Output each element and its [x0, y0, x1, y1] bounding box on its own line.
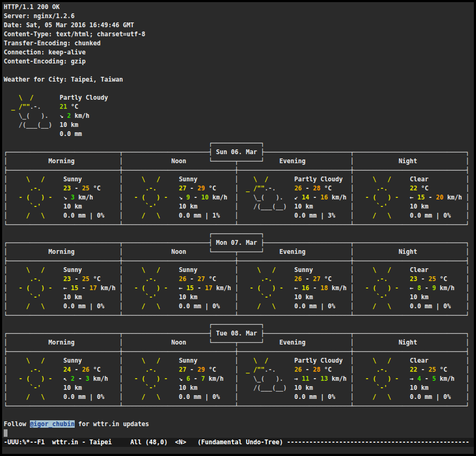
text-run: 14 [302, 194, 310, 201]
terminal-line [4, 84, 474, 93]
text-run: → [295, 375, 302, 382]
text-run: km/h [328, 375, 346, 382]
text-run [216, 275, 235, 283]
text-run [4, 121, 19, 129]
text-run: │ [466, 293, 470, 301]
text-run [406, 384, 410, 391]
terminal-line: │ / \ 0.0 mm | 0% │ / \ 0.0 mm | 1% │ 0.… [4, 211, 474, 220]
text-run [287, 203, 291, 210]
terminal-line: _ /"".-. 21 °C [4, 102, 474, 111]
text-run: 29 [197, 366, 205, 373]
text-run [406, 275, 410, 283]
text-run: 16 [302, 284, 310, 292]
text-run: - ( ) - [239, 284, 283, 292]
terminal-line: ┌─────────────┐ [4, 320, 474, 329]
text-run [283, 284, 291, 292]
text-run: 15 [71, 284, 78, 292]
text-run [239, 366, 246, 373]
text-run [101, 366, 120, 373]
text-run [101, 185, 120, 192]
text-run: - ( ) - [123, 194, 168, 201]
text-run: 22 [410, 185, 417, 192]
text-run: Sunny [179, 357, 197, 364]
text-run: -UUU:%*--F1 wttr.in - Taipei All (48,0) … [4, 438, 470, 446]
text-run: 0.0 mm | 0% [410, 302, 451, 310]
text-run: └──────────────────────────────┴────────… [4, 221, 470, 228]
text-run [4, 94, 19, 101]
terminal-window: HTTP/1.1 200 OKServer: nginx/1.2.6Date: … [0, 0, 476, 456]
text-run [291, 393, 295, 401]
text-run [291, 203, 295, 210]
text-run [387, 203, 406, 210]
text-run [82, 384, 120, 391]
text-run [391, 357, 406, 364]
text-run: - [186, 275, 197, 283]
text-run [291, 266, 295, 274]
terminal-line: │ \ / Sunny │ \ / Sunny │ \ / Sunny │ \ … [4, 266, 474, 275]
text-run [156, 275, 175, 283]
text-run: \ / [123, 357, 160, 364]
text-run [60, 275, 64, 283]
text-run [45, 212, 60, 219]
terminal-line: └──────────────────────────────┴────────… [4, 220, 474, 229]
terminal-line [4, 411, 474, 420]
text-run: 0.0 mm | 0% [179, 393, 220, 401]
text-run [391, 393, 406, 401]
text-run [239, 375, 253, 382]
text-run [220, 302, 235, 310]
text-run: 10 km [295, 384, 313, 391]
text-run: 15 [417, 194, 425, 201]
terminal-line: Date: Sat, 05 Mar 2016 16:49:46 GMT [4, 21, 474, 30]
text-run: 0.0 mm | 0% [295, 393, 336, 401]
text-run: \ / [7, 266, 45, 274]
text-run: _ /"" [246, 366, 265, 373]
text-run: │ [235, 357, 239, 364]
text-run: Sunny [179, 175, 197, 183]
terminal-buffer: HTTP/1.1 200 OKServer: nginx/1.2.6Date: … [2, 2, 474, 454]
text-run: km/h [209, 194, 227, 201]
text-run: °C [90, 275, 101, 283]
text-run [41, 366, 60, 373]
text-run: \ / [7, 175, 45, 183]
text-run: \ / [253, 175, 268, 183]
text-run [82, 357, 120, 364]
text-run: km/h [205, 375, 224, 382]
text-run [41, 203, 60, 210]
terminal-line: \_( ). ↘ 2 km/h [4, 111, 474, 121]
text-run: - [190, 194, 201, 201]
text-run [429, 384, 466, 391]
text-run [239, 384, 253, 391]
text-run: │ [4, 384, 7, 391]
terminal-line: └──────────────────────────────┴────────… [4, 402, 474, 411]
text-run [239, 203, 253, 210]
text-run: .-. [265, 185, 276, 192]
text-run: 23 [410, 275, 417, 283]
text-run: 10 km [295, 293, 313, 301]
terminal-line: │ / \ 0.0 mm | 0% │ / \ 0.0 mm | 0% │ / … [4, 302, 474, 311]
text-run [331, 366, 350, 373]
text-run [455, 375, 466, 382]
text-run [197, 266, 235, 274]
text-run: ↘ [64, 194, 71, 201]
text-run [313, 203, 350, 210]
text-run: Clear [410, 175, 429, 183]
text-run: Connection: keep-alive [4, 49, 86, 56]
text-run: 22 [410, 366, 417, 373]
twitter-handle-link[interactable]: @igor_chubin [30, 420, 75, 428]
text-run: │ [235, 384, 239, 391]
text-run [387, 384, 406, 391]
text-run [168, 375, 175, 382]
text-run: ┌─────────────┐ [4, 321, 265, 328]
text-run: 18 [321, 284, 328, 292]
text-run: 0.0 mm | 0% [64, 393, 105, 401]
text-run: km/h [90, 375, 108, 382]
text-run: 11 [302, 375, 310, 382]
text-run: ┌─────────────┐ [4, 230, 265, 237]
text-run [239, 393, 291, 401]
text-run: 23 [64, 185, 71, 192]
text-run [455, 284, 466, 292]
text-run [52, 284, 60, 292]
text-run: `-' [123, 203, 156, 210]
text-run: km/h [97, 284, 116, 292]
text-run: Content-Type: text/html; charset=utf-8 [4, 30, 145, 38]
